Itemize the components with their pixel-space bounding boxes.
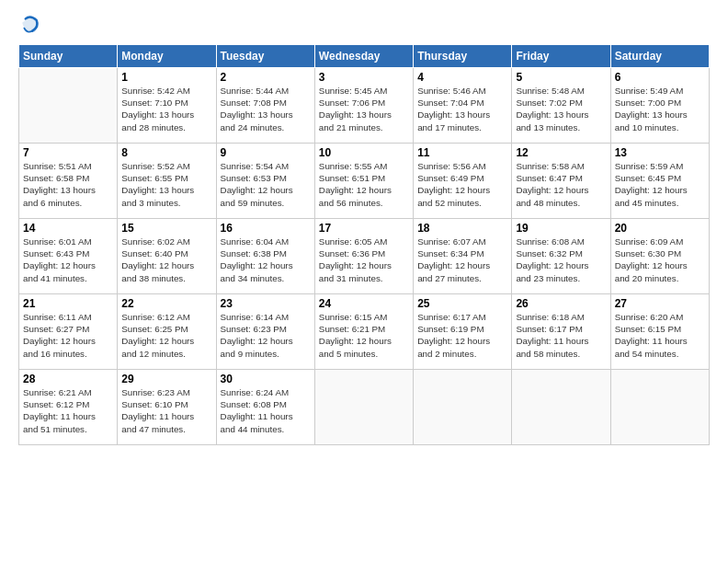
day-info: Sunrise: 5:49 AM Sunset: 7:00 PM Dayligh… bbox=[615, 85, 705, 133]
day-number: 9 bbox=[221, 146, 311, 159]
calendar-cell: 6Sunrise: 5:49 AM Sunset: 7:00 PM Daylig… bbox=[610, 68, 709, 144]
day-info: Sunrise: 6:15 AM Sunset: 6:21 PM Dayligh… bbox=[319, 311, 409, 360]
calendar-cell: 20Sunrise: 6:09 AM Sunset: 6:30 PM Dayli… bbox=[610, 219, 709, 294]
calendar-cell: 26Sunrise: 6:18 AM Sunset: 6:17 PM Dayli… bbox=[512, 294, 610, 370]
calendar-day-header: Tuesday bbox=[216, 45, 314, 68]
day-number: 19 bbox=[516, 222, 606, 235]
day-info: Sunrise: 6:11 AM Sunset: 6:27 PM Dayligh… bbox=[23, 311, 113, 360]
calendar-cell: 9Sunrise: 5:54 AM Sunset: 6:53 PM Daylig… bbox=[216, 144, 314, 219]
calendar-cell: 14Sunrise: 6:01 AM Sunset: 6:43 PM Dayli… bbox=[19, 219, 118, 294]
calendar-cell: 19Sunrise: 6:08 AM Sunset: 6:32 PM Dayli… bbox=[512, 219, 610, 294]
calendar-week-row: 1Sunrise: 5:42 AM Sunset: 7:10 PM Daylig… bbox=[19, 68, 710, 144]
calendar-cell: 23Sunrise: 6:14 AM Sunset: 6:23 PM Dayli… bbox=[216, 294, 314, 370]
day-number: 24 bbox=[319, 297, 409, 310]
day-info: Sunrise: 5:58 AM Sunset: 6:47 PM Dayligh… bbox=[516, 160, 606, 209]
calendar-cell: 5Sunrise: 5:48 AM Sunset: 7:02 PM Daylig… bbox=[512, 68, 610, 144]
day-number: 2 bbox=[221, 71, 311, 84]
calendar-cell: 17Sunrise: 6:05 AM Sunset: 6:36 PM Dayli… bbox=[314, 219, 413, 294]
day-info: Sunrise: 6:18 AM Sunset: 6:17 PM Dayligh… bbox=[516, 311, 606, 360]
calendar-cell: 16Sunrise: 6:04 AM Sunset: 6:38 PM Dayli… bbox=[216, 219, 314, 294]
day-number: 23 bbox=[221, 297, 311, 310]
day-number: 5 bbox=[516, 71, 606, 84]
day-info: Sunrise: 6:24 AM Sunset: 6:08 PM Dayligh… bbox=[221, 386, 311, 435]
calendar-cell: 11Sunrise: 5:56 AM Sunset: 6:49 PM Dayli… bbox=[414, 144, 512, 219]
calendar-cell: 30Sunrise: 6:24 AM Sunset: 6:08 PM Dayli… bbox=[216, 370, 314, 445]
calendar-table: SundayMondayTuesdayWednesdayThursdayFrid… bbox=[18, 44, 710, 445]
calendar-cell bbox=[314, 370, 413, 445]
day-info: Sunrise: 5:44 AM Sunset: 7:08 PM Dayligh… bbox=[221, 85, 311, 133]
day-info: Sunrise: 6:17 AM Sunset: 6:19 PM Dayligh… bbox=[417, 311, 507, 360]
day-info: Sunrise: 6:14 AM Sunset: 6:23 PM Dayligh… bbox=[221, 311, 311, 360]
calendar-cell: 29Sunrise: 6:23 AM Sunset: 6:10 PM Dayli… bbox=[118, 370, 216, 445]
day-number: 25 bbox=[417, 297, 507, 310]
calendar-cell: 3Sunrise: 5:45 AM Sunset: 7:06 PM Daylig… bbox=[314, 68, 413, 144]
day-info: Sunrise: 5:46 AM Sunset: 7:04 PM Dayligh… bbox=[417, 85, 507, 133]
day-number: 16 bbox=[221, 222, 311, 235]
day-info: Sunrise: 5:48 AM Sunset: 7:02 PM Dayligh… bbox=[516, 85, 606, 133]
day-number: 26 bbox=[516, 297, 606, 310]
calendar-week-row: 7Sunrise: 5:51 AM Sunset: 6:58 PM Daylig… bbox=[19, 144, 710, 219]
day-number: 22 bbox=[121, 297, 211, 310]
day-number: 30 bbox=[221, 373, 311, 385]
day-info: Sunrise: 5:55 AM Sunset: 6:51 PM Dayligh… bbox=[319, 160, 409, 209]
day-number: 1 bbox=[121, 71, 211, 84]
day-number: 11 bbox=[417, 146, 507, 159]
day-number: 8 bbox=[121, 146, 211, 159]
day-number: 7 bbox=[23, 146, 113, 159]
day-info: Sunrise: 6:23 AM Sunset: 6:10 PM Dayligh… bbox=[121, 386, 211, 435]
day-info: Sunrise: 6:04 AM Sunset: 6:38 PM Dayligh… bbox=[221, 236, 311, 284]
day-info: Sunrise: 5:45 AM Sunset: 7:06 PM Dayligh… bbox=[319, 85, 409, 133]
calendar-day-header: Thursday bbox=[414, 45, 512, 68]
header bbox=[18, 15, 710, 35]
calendar-cell: 22Sunrise: 6:12 AM Sunset: 6:25 PM Dayli… bbox=[118, 294, 216, 370]
day-info: Sunrise: 5:52 AM Sunset: 6:55 PM Dayligh… bbox=[121, 160, 211, 209]
calendar-day-header: Saturday bbox=[610, 45, 709, 68]
day-info: Sunrise: 6:08 AM Sunset: 6:32 PM Dayligh… bbox=[516, 236, 606, 284]
day-info: Sunrise: 5:51 AM Sunset: 6:58 PM Dayligh… bbox=[23, 160, 113, 209]
calendar-cell bbox=[19, 68, 118, 144]
calendar-cell: 1Sunrise: 5:42 AM Sunset: 7:10 PM Daylig… bbox=[118, 68, 216, 144]
day-number: 3 bbox=[319, 71, 409, 84]
day-number: 20 bbox=[615, 222, 705, 235]
day-number: 17 bbox=[319, 222, 409, 235]
calendar-day-header: Friday bbox=[512, 45, 610, 68]
calendar-day-header: Wednesday bbox=[314, 45, 413, 68]
day-info: Sunrise: 5:42 AM Sunset: 7:10 PM Dayligh… bbox=[121, 85, 211, 133]
day-number: 27 bbox=[615, 297, 705, 310]
calendar-cell: 13Sunrise: 5:59 AM Sunset: 6:45 PM Dayli… bbox=[610, 144, 709, 219]
day-info: Sunrise: 6:20 AM Sunset: 6:15 PM Dayligh… bbox=[615, 311, 705, 360]
day-info: Sunrise: 6:07 AM Sunset: 6:34 PM Dayligh… bbox=[417, 236, 507, 284]
page: SundayMondayTuesdayWednesdayThursdayFrid… bbox=[0, 0, 728, 454]
day-number: 29 bbox=[121, 373, 211, 385]
day-info: Sunrise: 6:21 AM Sunset: 6:12 PM Dayligh… bbox=[23, 386, 113, 435]
day-number: 28 bbox=[23, 373, 113, 385]
day-number: 6 bbox=[615, 71, 705, 84]
logo-icon bbox=[20, 15, 40, 35]
calendar-cell: 4Sunrise: 5:46 AM Sunset: 7:04 PM Daylig… bbox=[414, 68, 512, 144]
calendar-day-header: Sunday bbox=[19, 45, 118, 68]
day-number: 13 bbox=[615, 146, 705, 159]
calendar-cell: 21Sunrise: 6:11 AM Sunset: 6:27 PM Dayli… bbox=[19, 294, 118, 370]
calendar-cell: 27Sunrise: 6:20 AM Sunset: 6:15 PM Dayli… bbox=[610, 294, 709, 370]
calendar-week-row: 28Sunrise: 6:21 AM Sunset: 6:12 PM Dayli… bbox=[19, 370, 710, 445]
calendar-cell: 25Sunrise: 6:17 AM Sunset: 6:19 PM Dayli… bbox=[414, 294, 512, 370]
calendar-cell: 2Sunrise: 5:44 AM Sunset: 7:08 PM Daylig… bbox=[216, 68, 314, 144]
day-info: Sunrise: 6:02 AM Sunset: 6:40 PM Dayligh… bbox=[121, 236, 211, 284]
calendar-cell: 28Sunrise: 6:21 AM Sunset: 6:12 PM Dayli… bbox=[19, 370, 118, 445]
day-number: 10 bbox=[319, 146, 409, 159]
logo bbox=[18, 15, 40, 35]
day-number: 14 bbox=[23, 222, 113, 235]
calendar-week-row: 14Sunrise: 6:01 AM Sunset: 6:43 PM Dayli… bbox=[19, 219, 710, 294]
day-info: Sunrise: 5:54 AM Sunset: 6:53 PM Dayligh… bbox=[221, 160, 311, 209]
day-info: Sunrise: 5:59 AM Sunset: 6:45 PM Dayligh… bbox=[615, 160, 705, 209]
calendar-cell: 18Sunrise: 6:07 AM Sunset: 6:34 PM Dayli… bbox=[414, 219, 512, 294]
calendar-cell: 8Sunrise: 5:52 AM Sunset: 6:55 PM Daylig… bbox=[118, 144, 216, 219]
day-info: Sunrise: 6:05 AM Sunset: 6:36 PM Dayligh… bbox=[319, 236, 409, 284]
day-number: 21 bbox=[23, 297, 113, 310]
calendar-day-header: Monday bbox=[118, 45, 216, 68]
calendar-cell: 10Sunrise: 5:55 AM Sunset: 6:51 PM Dayli… bbox=[314, 144, 413, 219]
calendar-week-row: 21Sunrise: 6:11 AM Sunset: 6:27 PM Dayli… bbox=[19, 294, 710, 370]
day-info: Sunrise: 6:01 AM Sunset: 6:43 PM Dayligh… bbox=[23, 236, 113, 284]
calendar-cell: 15Sunrise: 6:02 AM Sunset: 6:40 PM Dayli… bbox=[118, 219, 216, 294]
day-number: 12 bbox=[516, 146, 606, 159]
